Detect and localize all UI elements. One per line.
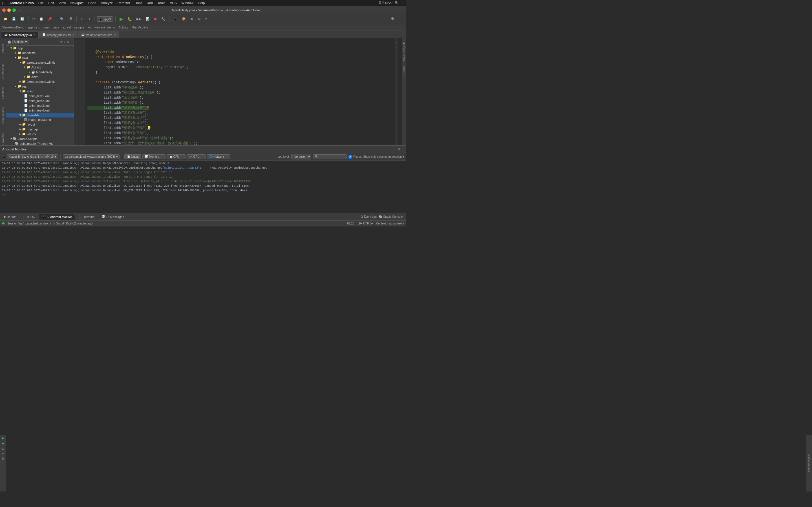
- run-config[interactable]: 📱 app ▾: [97, 16, 113, 22]
- tab-messages[interactable]: 💬 0: Messages: [99, 214, 127, 219]
- breakpoint-icon[interactable]: ●: [147, 105, 149, 109]
- search-everywhere[interactable]: 🔍: [389, 16, 397, 22]
- list-icon[interactable]: ☰: [401, 1, 404, 5]
- sidebar-item-anim-test1[interactable]: 📄 anim_test1.xml: [6, 94, 73, 98]
- menu-help[interactable]: Help: [198, 1, 205, 5]
- breadcrumb-main[interactable]: main: [43, 25, 50, 29]
- sidebar-item-res[interactable]: ▾ 📁 res: [6, 84, 73, 89]
- minimize-button[interactable]: [7, 8, 11, 12]
- sidebar-item-gradle-scripts[interactable]: ▾ 🐘 Gradle Scripts: [6, 136, 73, 141]
- sidebar-item-manifests[interactable]: ▸ 📁 manifests: [6, 50, 73, 55]
- cpu-tab[interactable]: 🔲 CPU →: [167, 154, 186, 159]
- menu-navigate[interactable]: Navigate: [70, 1, 84, 5]
- run-button[interactable]: ▶: [118, 15, 124, 22]
- app-dropdown[interactable]: ezreal.sample.wjj.viewanimdemo (6073) ▾: [63, 154, 119, 159]
- menu-analyze[interactable]: Analyze: [101, 1, 113, 5]
- maximize-button[interactable]: [12, 8, 16, 12]
- sidebar-item-image-dada[interactable]: 🖼 image_dada.png: [6, 117, 73, 122]
- menu-tools[interactable]: Tools: [157, 1, 165, 5]
- debug-button[interactable]: 🐛: [126, 16, 134, 22]
- avd-manager[interactable]: 📱: [172, 16, 179, 22]
- paste-button[interactable]: 📌: [46, 16, 54, 22]
- open-folder-button[interactable]: 📁: [2, 16, 9, 22]
- gradle-tab[interactable]: Gradle: [402, 64, 406, 77]
- breadcrumb-activity[interactable]: Activity: [118, 25, 128, 29]
- show-selected-dropdown-icon[interactable]: ▾: [403, 155, 404, 158]
- regex-checkbox-label[interactable]: Regex: [349, 155, 361, 159]
- vtab-captures[interactable]: Captures: [1, 87, 4, 99]
- maven-projects-tab[interactable]: Maven Projects: [402, 40, 406, 63]
- project-structure[interactable]: 🏗: [189, 17, 195, 22]
- sidebar-item-app[interactable]: ▾ 📁 app: [6, 46, 73, 50]
- android-dropdown[interactable]: Android Project: [12, 40, 29, 44]
- memory-tab[interactable]: 📊 Memory →: [142, 154, 165, 159]
- redo-button[interactable]: ↪: [86, 16, 92, 22]
- menu-file[interactable]: File: [38, 1, 44, 5]
- menu-build[interactable]: Build: [135, 1, 142, 5]
- suggestion-icon[interactable]: 💡: [147, 126, 151, 130]
- breadcrumb-viewanimdemo[interactable]: ViewAnimDemo: [2, 25, 24, 29]
- tab-activity-main-xml[interactable]: 📄 activity_main.xml ✕: [39, 31, 78, 38]
- tab-android-monitor[interactable]: 📱 6: Android Monitor: [39, 214, 75, 220]
- event-log-tab[interactable]: 🗒 Event Log: [360, 215, 377, 218]
- settings-monitor-icon[interactable]: ⚙: [398, 147, 400, 151]
- profile-button[interactable]: 📊: [144, 16, 151, 22]
- stop-button[interactable]: ■: [152, 16, 158, 22]
- replace-btn[interactable]: 🔎: [67, 16, 74, 22]
- gradle-console-tab[interactable]: 🐘 Gradle Console: [379, 215, 403, 218]
- filter-icon[interactable]: ≡: [64, 40, 65, 44]
- gear-icon[interactable]: ⚙: [67, 40, 70, 44]
- copy-button[interactable]: 📋: [38, 16, 45, 22]
- breadcrumb-wjj[interactable]: wjj: [87, 25, 91, 29]
- tab-close-activity-main[interactable]: ✕: [72, 33, 74, 36]
- breadcrumb-ezreal[interactable]: ezreal: [62, 25, 71, 29]
- mainactivity-link[interactable]: MainActivity.java:62: [164, 166, 198, 170]
- search-btn[interactable]: 🔍: [58, 16, 66, 22]
- save-button[interactable]: 💾: [10, 16, 17, 22]
- device-dropdown[interactable]: Xiaomi MI 3W Android 4.4.4, API 19 ▾: [7, 154, 58, 159]
- regex-checkbox[interactable]: [349, 155, 352, 159]
- sidebar-item-build-gradle-project[interactable]: 🐘 build.gradle (Project: Vie: [6, 141, 73, 145]
- sidebar-item-mainactivity[interactable]: ● ☕ MainActivity: [6, 69, 73, 74]
- menu-window[interactable]: Window: [181, 1, 193, 5]
- sidebar-item-activity-folder[interactable]: ▾ 📁 Activity: [6, 65, 73, 69]
- network-tab[interactable]: 🌐 Network →: [207, 154, 230, 159]
- tab-todo[interactable]: ✓ TODO: [20, 214, 38, 219]
- sync-gradle-button[interactable]: 🔧: [160, 16, 167, 22]
- vtab-build-variants[interactable]: Build Variants: [1, 107, 4, 124]
- sidebar-item-anim-res[interactable]: ▾ 📁 anim: [6, 89, 73, 94]
- settings-button[interactable]: ⚙: [196, 16, 202, 22]
- breadcrumb-app[interactable]: app: [28, 25, 33, 29]
- sidebar-item-mipmap[interactable]: ▸ 📁 mipmap: [6, 127, 73, 131]
- breadcrumb-mainactivity[interactable]: MainActivity: [132, 25, 148, 29]
- cut-button[interactable]: ✂: [31, 16, 37, 22]
- menu-edit[interactable]: Edit: [48, 1, 54, 5]
- close-sidebar-icon[interactable]: −: [71, 40, 72, 44]
- sync-icon[interactable]: ⟳: [60, 40, 63, 44]
- menu-vcs[interactable]: VCS: [170, 1, 177, 5]
- nav-forward[interactable]: →: [24, 8, 28, 12]
- tab-mainactivity-java[interactable]: ☕ MainActivity.java ✕: [1, 31, 39, 38]
- menu-run[interactable]: Run: [147, 1, 153, 5]
- close-button[interactable]: [2, 8, 6, 12]
- coverage-button[interactable]: ▶▶: [135, 16, 143, 22]
- sidebar-item-java[interactable]: ▾ 📁 java: [6, 55, 73, 60]
- show-selected-label[interactable]: Show only selected application ▾: [363, 155, 404, 158]
- sidebar-item-layout[interactable]: ▸ 📁 layout: [6, 122, 73, 127]
- sidebar-item-values[interactable]: ▸ 📁 values: [6, 131, 73, 136]
- gpu-tab[interactable]: 🎮 GPU →: [187, 154, 206, 159]
- tab-valueanimator-java[interactable]: ☕ ValueAnimator.java ✕: [78, 31, 119, 38]
- breadcrumb-src[interactable]: src: [36, 25, 40, 29]
- menu-code[interactable]: Code: [88, 1, 96, 5]
- tab-run[interactable]: ▶ 4: Run: [1, 214, 19, 219]
- tab-close-mainactivity[interactable]: ✕: [33, 33, 36, 36]
- undo-button[interactable]: ↩: [79, 16, 85, 22]
- sidebar-item-ezreal2[interactable]: ▸ 📁 ezreal.sample.wjj.vie: [6, 79, 73, 84]
- nav-back[interactable]: ←: [18, 8, 22, 12]
- breadcrumb-sample[interactable]: sample: [74, 25, 84, 29]
- sidebar-item-anim-test4[interactable]: 📄 anim_test4.xml: [6, 108, 73, 113]
- sidebar-item-ezreal1[interactable]: ▾ 📁 ezreal.sample.wjj.vie: [6, 60, 73, 65]
- tab-terminal[interactable]: ⬛ Terminal: [75, 214, 98, 219]
- breadcrumb-viewanimdemo2[interactable]: viewanimdemo: [94, 25, 115, 29]
- sidebar-item-anim-folder[interactable]: ▸ 📁 Anim: [6, 74, 73, 79]
